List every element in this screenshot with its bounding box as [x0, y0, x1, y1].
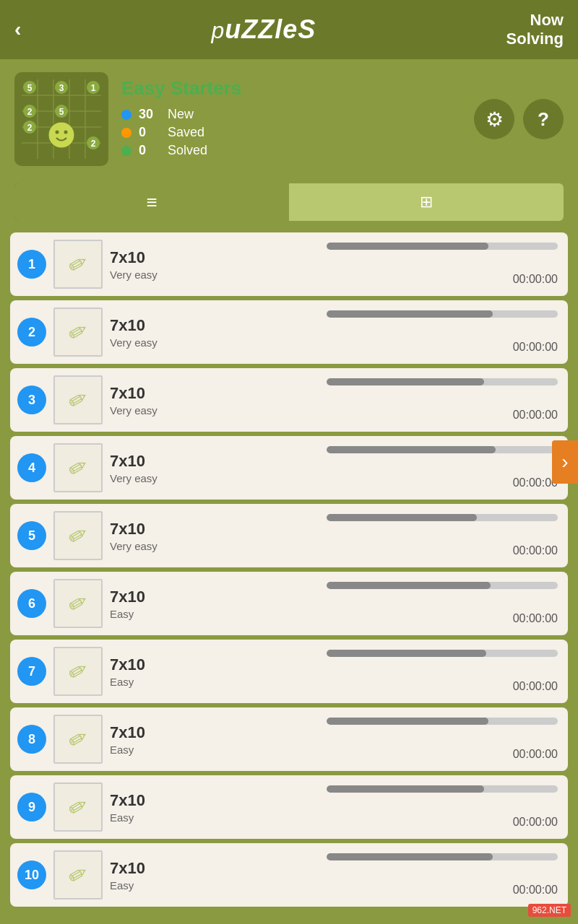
puzzle-item[interactable]: 6 ✏ 7x10 Easy 00:00:00 [10, 572, 568, 635]
puzzle-difficulty: Very easy [110, 540, 319, 552]
puzzle-item[interactable]: 7 ✏ 7x10 Easy 00:00:00 [10, 640, 568, 703]
puzzle-difficulty: Easy [110, 879, 319, 892]
puzzle-item[interactable]: 10 ✏ 7x10 Easy 00:00:00 [10, 843, 568, 907]
puzzle-time: 00:00:00 [513, 680, 558, 693]
puzzle-item[interactable]: 4 ✏ 7x10 Very easy 00:00:00 [10, 436, 568, 500]
pencil-icon: ✏ [63, 587, 93, 620]
puzzle-list: 1 ✏ 7x10 Very easy 00:00:00 2 ✏ 7x10 Ver… [0, 232, 578, 907]
progress-bar [327, 785, 558, 793]
dot-orange [121, 128, 131, 138]
dot-green [121, 146, 131, 156]
stat-new-value: 30 [139, 107, 160, 122]
puzzle-difficulty: Easy [110, 676, 319, 688]
puzzle-right: 00:00:00 [327, 378, 558, 422]
puzzle-item[interactable]: 1 ✏ 7x10 Very easy 00:00:00 [10, 232, 568, 296]
pencil-icon: ✏ [63, 315, 93, 349]
puzzle-item[interactable]: 5 ✏ 7x10 Very easy 00:00:00 [10, 504, 568, 567]
puzzle-time: 00:00:00 [513, 476, 558, 489]
puzzle-number: 5 [17, 521, 46, 550]
puzzle-details: 7x10 Very easy [110, 520, 319, 552]
puzzle-time: 00:00:00 [513, 409, 558, 422]
grid-view-button[interactable]: ⊞ [289, 183, 564, 221]
puzzle-thumbnail: ✏ [53, 308, 103, 357]
puzzle-right: 00:00:00 [327, 514, 558, 557]
puzzle-item[interactable]: 2 ✏ 7x10 Very easy 00:00:00 [10, 300, 568, 364]
puzzle-size: 7x10 [110, 316, 319, 335]
stat-solved-label: Solved [168, 143, 207, 158]
puzzle-details: 7x10 Very easy [110, 384, 319, 417]
category-title: Easy Starters [121, 77, 461, 100]
progress-bar-fill [327, 514, 477, 521]
dot-blue [121, 110, 131, 120]
puzzle-difficulty: Easy [110, 811, 319, 824]
stat-saved: 0 Saved [121, 125, 461, 140]
puzzle-number: 3 [17, 385, 46, 414]
puzzle-thumbnail: ✏ [53, 375, 103, 424]
puzzle-details: 7x10 Easy [110, 588, 319, 620]
pencil-icon: ✏ [63, 858, 93, 892]
puzzle-time: 00:00:00 [513, 748, 558, 761]
puzzle-difficulty: Very easy [110, 472, 319, 484]
settings-button[interactable]: ⚙ [474, 99, 514, 139]
stat-solved: 0 Solved [121, 143, 461, 158]
puzzle-thumbnail: ✏ [53, 511, 103, 560]
category-thumbnail: 5 3 1 2 5 2 2 [14, 72, 108, 166]
svg-text:2: 2 [91, 139, 96, 149]
pencil-icon: ✏ [63, 383, 93, 417]
progress-bar-fill [327, 582, 491, 589]
puzzle-right: 00:00:00 [327, 582, 558, 625]
svg-text:5: 5 [27, 83, 33, 93]
puzzle-details: 7x10 Easy [110, 655, 319, 688]
progress-bar-fill [327, 650, 486, 657]
svg-text:3: 3 [59, 83, 64, 93]
pencil-icon: ✏ [63, 655, 93, 688]
app-title: puZZleS [212, 14, 316, 45]
puzzle-number: 8 [17, 725, 46, 754]
puzzle-right: 00:00:00 [327, 243, 558, 286]
stat-solved-value: 0 [139, 143, 160, 158]
puzzle-right: 00:00:00 [327, 650, 558, 693]
progress-bar [327, 514, 558, 521]
svg-text:1: 1 [91, 83, 96, 93]
svg-text:2: 2 [27, 107, 33, 117]
progress-bar [327, 718, 558, 725]
progress-bar-fill [327, 446, 496, 453]
puzzle-time: 00:00:00 [513, 612, 558, 625]
puzzle-difficulty: Easy [110, 744, 319, 756]
puzzle-number: 1 [17, 250, 46, 279]
puzzle-thumbnail: ✏ [53, 850, 103, 899]
puzzle-item[interactable]: 3 ✏ 7x10 Very easy 00:00:00 [10, 368, 568, 432]
help-button[interactable]: ? [523, 99, 564, 139]
stat-saved-label: Saved [168, 125, 204, 140]
puzzle-time: 00:00:00 [513, 816, 558, 829]
pencil-icon: ✏ [63, 790, 93, 824]
progress-bar-fill [327, 718, 488, 725]
puzzle-time: 00:00:00 [513, 884, 558, 897]
puzzle-item[interactable]: 8 ✏ 7x10 Easy 00:00:00 [10, 707, 568, 771]
list-view-button[interactable]: ≡ [14, 183, 289, 221]
puzzle-difficulty: Very easy [110, 336, 319, 349]
pencil-icon: ✏ [63, 723, 93, 756]
puzzle-item[interactable]: 9 ✏ 7x10 Easy 00:00:00 [10, 775, 568, 839]
now-solving-label: Now Solving [506, 11, 564, 49]
view-toggle: ≡ ⊞ [14, 183, 564, 221]
progress-bar-fill [327, 310, 493, 318]
back-button[interactable]: ‹ [14, 18, 21, 41]
puzzle-right: 00:00:00 [327, 853, 558, 897]
action-icons: ⚙ ? [474, 99, 564, 139]
puzzle-number: 4 [17, 453, 46, 482]
pencil-icon: ✏ [63, 248, 93, 281]
category-section: 5 3 1 2 5 2 2 Easy Starters 30 New [0, 59, 578, 176]
puzzle-size: 7x10 [110, 588, 319, 606]
puzzle-difficulty: Easy [110, 608, 319, 620]
progress-bar-fill [327, 378, 484, 385]
puzzle-number: 7 [17, 657, 46, 686]
right-arrow-button[interactable]: › [552, 440, 578, 484]
puzzle-size: 7x10 [110, 791, 319, 810]
puzzle-details: 7x10 Easy [110, 791, 319, 824]
puzzle-details: 7x10 Very easy [110, 316, 319, 349]
puzzle-size: 7x10 [110, 248, 319, 267]
svg-text:2: 2 [27, 123, 33, 133]
svg-point-23 [48, 122, 74, 148]
pencil-icon: ✏ [63, 519, 93, 552]
